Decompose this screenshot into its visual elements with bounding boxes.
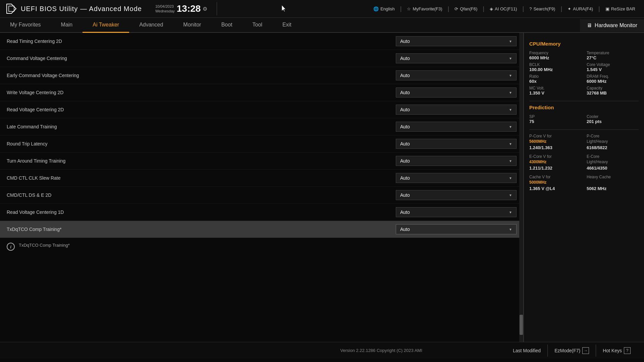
setting-value-early-command-voltage-centering[interactable]: Auto ▼ bbox=[396, 70, 517, 80]
setting-value-read-voltage-centering-1d[interactable]: Auto ▼ bbox=[396, 207, 517, 217]
setting-value-turn-around-timing-training[interactable]: Auto ▼ bbox=[396, 156, 517, 166]
nav-advanced[interactable]: Advanced bbox=[129, 18, 173, 33]
last-modified-button[interactable]: Last Modified bbox=[506, 345, 547, 356]
table-row: CMD CTL CLK Slew Rate Auto ▼ bbox=[0, 170, 523, 187]
hw-cache-block: Cache V for 5000MHz Heavy Cache 1.365 V … bbox=[529, 174, 639, 191]
nav-boot[interactable]: Boot bbox=[211, 18, 243, 33]
main-container: Read Timing Centering 2D Auto ▼ Command … bbox=[0, 33, 644, 342]
datetime-block: 10/04/2023 Wednesday bbox=[155, 4, 175, 14]
scrollbar-thumb[interactable] bbox=[520, 315, 523, 335]
ezmode-icon: → bbox=[582, 347, 589, 354]
hw-ecore-v-label-block: E-Core V for 4300MHz bbox=[529, 154, 581, 164]
setting-label-read-timing-centering-2d: Read Timing Centering 2D bbox=[7, 39, 396, 44]
table-row: Write Voltage Centering 2D Auto ▼ bbox=[0, 84, 523, 101]
hw-core-voltage-block: Core Voltage 1.545 V bbox=[587, 62, 639, 72]
hot-keys-button[interactable]: Hot Keys ? bbox=[596, 345, 637, 357]
asus-logo-icon bbox=[5, 3, 17, 15]
toolbar-myfavorite[interactable]: ☆ MyFavorite(F3) bbox=[404, 5, 445, 13]
toolbar-resizebar[interactable]: ▣ ReSize BAR bbox=[602, 5, 639, 13]
content-area: Read Timing Centering 2D Auto ▼ Command … bbox=[0, 33, 523, 342]
footer-right: Last Modified EzMode(F7) → Hot Keys ? bbox=[506, 345, 637, 357]
dropdown-arrow: ▼ bbox=[509, 108, 512, 112]
hw-ecore-v-freq2: 4661/4350 bbox=[587, 166, 639, 171]
gear-icon[interactable]: ⚙ bbox=[203, 6, 207, 12]
hw-dram-freq-block: DRAM Freq. 6000 MHz bbox=[587, 74, 639, 84]
hw-frequency-label: Frequency 6000 MHz bbox=[529, 51, 581, 60]
setting-value-late-command-training[interactable]: Auto ▼ bbox=[396, 122, 517, 132]
setting-value-command-voltage-centering[interactable]: Auto ▼ bbox=[396, 53, 517, 63]
settings-list: Read Timing Centering 2D Auto ▼ Command … bbox=[0, 33, 523, 238]
dropdown-arrow: ▼ bbox=[509, 210, 512, 214]
setting-label-txdqtco-comp-training: TxDqTCO Comp Training* bbox=[7, 227, 396, 232]
svg-marker-2 bbox=[9, 6, 14, 11]
table-row[interactable]: TxDqTCO Comp Training* Auto ▼ bbox=[0, 221, 523, 238]
nav-hardware-monitor: 🖥 Hardware Monitor bbox=[580, 19, 644, 32]
hw-monitor-panel: CPU/Memory Frequency 6000 MHz Temperatur… bbox=[523, 33, 644, 342]
setting-label-round-trip-latency: Round Trip Latency bbox=[7, 141, 396, 146]
setting-value-read-voltage-centering-2d[interactable]: Auto ▼ bbox=[396, 105, 517, 115]
resize-icon: ▣ bbox=[605, 6, 609, 11]
toolbar: 🌐 English | ☆ MyFavorite(F3) | ⟳ Qfan(F6… bbox=[370, 5, 639, 13]
toolbar-aioc[interactable]: ◈ AI OC(F11) bbox=[486, 5, 520, 13]
nav-exit[interactable]: Exit bbox=[272, 18, 302, 33]
setting-label-cmd-ctl-clk-slew-rate: CMD CTL CLK Slew Rate bbox=[7, 175, 396, 181]
setting-value-cmd-ctl-ds-e-2d[interactable]: Auto ▼ bbox=[396, 190, 517, 200]
setting-label-write-voltage-centering-2d: Write Voltage Centering 2D bbox=[7, 90, 396, 95]
toolbar-search[interactable]: ? Search(F9) bbox=[526, 5, 558, 13]
hw-sp-block: SP 75 bbox=[529, 114, 581, 124]
nav-main[interactable]: Main bbox=[51, 18, 83, 33]
footer: Version 2.22.1286 Copyright (C) 2023 AMI… bbox=[0, 342, 644, 359]
dropdown-arrow: ▼ bbox=[509, 125, 512, 129]
table-row: Read Timing Centering 2D Auto ▼ bbox=[0, 33, 523, 50]
info-label: TxDqTCO Comp Training* bbox=[19, 243, 70, 248]
sep4: | bbox=[522, 5, 524, 12]
hw-prediction-sp-grid: SP 75 Cooler 201 pts bbox=[529, 114, 639, 124]
hw-cache-v-value: 1.365 V @L4 bbox=[529, 186, 581, 191]
hw-cooler-block: Cooler 201 pts bbox=[587, 114, 639, 124]
fan-icon: ⟳ bbox=[454, 6, 458, 11]
dropdown-arrow: ▼ bbox=[509, 91, 512, 95]
nav-ai-tweaker[interactable]: Ai Tweaker bbox=[83, 18, 129, 33]
sep3: | bbox=[483, 5, 484, 12]
table-row: Late Command Training Auto ▼ bbox=[0, 118, 523, 135]
hw-pcore-light-heavy-label: P-Core Light/Heavy bbox=[587, 133, 639, 144]
hw-divider2 bbox=[529, 129, 639, 130]
dropdown-arrow: ▼ bbox=[509, 57, 512, 60]
info-icon: i bbox=[7, 243, 15, 251]
setting-value-read-timing-centering-2d[interactable]: Auto ▼ bbox=[396, 36, 517, 46]
sep5: | bbox=[560, 5, 562, 12]
setting-value-cmd-ctl-clk-slew-rate[interactable]: Auto ▼ bbox=[396, 173, 517, 183]
table-row: Command Voltage Centering Auto ▼ bbox=[0, 50, 523, 67]
toolbar-aura[interactable]: ✦ AURA(F4) bbox=[564, 5, 596, 13]
hw-cpu-memory-title: CPU/Memory bbox=[529, 41, 639, 47]
hw-ecore-light-heavy-label: E-Core Light/Heavy bbox=[587, 154, 639, 164]
scrollbar-track[interactable] bbox=[519, 33, 523, 342]
setting-value-round-trip-latency[interactable]: Auto ▼ bbox=[396, 139, 517, 149]
toolbar-qfan[interactable]: ⟳ Qfan(F6) bbox=[451, 5, 481, 13]
hw-pcore-v-value: 1.240/1.363 bbox=[529, 145, 581, 150]
sep2: | bbox=[448, 5, 449, 12]
table-row: Turn Around Timing Training Auto ▼ bbox=[0, 153, 523, 170]
setting-label-early-command-voltage-centering: Early Command Voltage Centering bbox=[7, 73, 396, 78]
hw-ratio-block: Ratio 60x bbox=[529, 74, 581, 84]
hw-mc-volt-block: MC Volt. 1.350 V bbox=[529, 86, 581, 96]
ezmode-label: EzMode(F7) bbox=[554, 348, 580, 353]
setting-label-command-voltage-centering: Command Voltage Centering bbox=[7, 56, 396, 61]
table-row: Read Voltage Centering 1D Auto ▼ bbox=[0, 204, 523, 221]
toolbar-english[interactable]: 🌐 English bbox=[370, 5, 398, 13]
hw-ecore-block: E-Core V for 4300MHz E-Core Light/Heavy … bbox=[529, 154, 639, 171]
dropdown-arrow: ▼ bbox=[509, 142, 512, 146]
table-row: Round Trip Latency Auto ▼ bbox=[0, 135, 523, 153]
nav-monitor[interactable]: Monitor bbox=[173, 18, 211, 33]
hw-cache-heavy-label: Heavy Cache bbox=[587, 174, 639, 185]
table-row: CMD/CTL DS & E 2D Auto ▼ bbox=[0, 187, 523, 204]
hw-pcore-block: P-Core V for 5600MHz P-Core Light/Heavy … bbox=[529, 133, 639, 150]
ezmode-button[interactable]: EzMode(F7) → bbox=[547, 345, 596, 357]
nav-my-favorites[interactable]: My Favorites bbox=[0, 18, 51, 33]
hw-bclk-block: BCLK 100.00 MHz bbox=[529, 62, 581, 72]
table-row: Early Command Voltage Centering Auto ▼ bbox=[0, 67, 523, 84]
hw-temperature-block: Temperature 27°C bbox=[587, 51, 639, 60]
setting-value-txdqtco-comp-training[interactable]: Auto ▼ bbox=[396, 224, 517, 234]
setting-value-write-voltage-centering-2d[interactable]: Auto ▼ bbox=[396, 87, 517, 98]
nav-tool[interactable]: Tool bbox=[243, 18, 272, 33]
